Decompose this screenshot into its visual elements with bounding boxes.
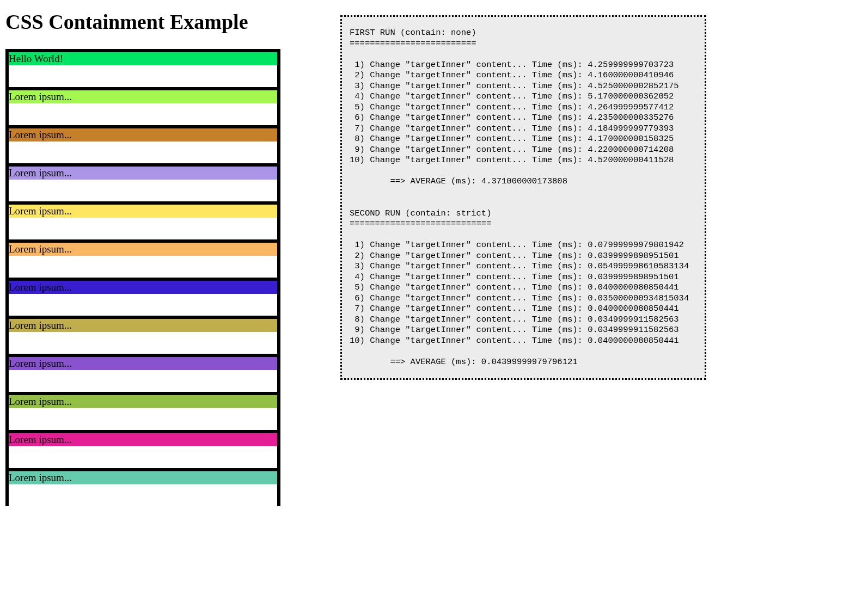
- box-header: Lorem ipsum...: [9, 90, 277, 103]
- box-body: [9, 446, 277, 468]
- box-header: Lorem ipsum...: [9, 319, 277, 332]
- box-item: Lorem ipsum...: [9, 163, 277, 201]
- box-item: Lorem ipsum...: [9, 468, 277, 506]
- box-body: [9, 294, 277, 316]
- box-header: Hello World!: [9, 52, 277, 65]
- box-body: [9, 370, 277, 392]
- box-body: [9, 484, 277, 506]
- box-body: [9, 332, 277, 354]
- output-panel: FIRST RUN (contain: none) ==============…: [340, 15, 706, 380]
- box-header: Lorem ipsum...: [9, 281, 277, 294]
- box-body: [9, 65, 277, 87]
- box-item: Hello World!: [9, 49, 277, 87]
- box-item: Lorem ipsum...: [9, 316, 277, 354]
- box-header: Lorem ipsum...: [9, 395, 277, 408]
- box-item: Lorem ipsum...: [9, 278, 277, 316]
- box-header: Lorem ipsum...: [9, 167, 277, 180]
- right-column: FIRST RUN (contain: none) ==============…: [340, 0, 706, 506]
- box-header: Lorem ipsum...: [9, 205, 277, 218]
- left-column: CSS Containment Example Hello World!Lore…: [0, 0, 280, 506]
- box-header: Lorem ipsum...: [9, 433, 277, 446]
- box-body: [9, 103, 277, 125]
- box-item: Lorem ipsum...: [9, 87, 277, 125]
- box-body: [9, 256, 277, 278]
- box-body: [9, 141, 277, 163]
- box-header: Lorem ipsum...: [9, 128, 277, 141]
- box-list: Hello World!Lorem ipsum...Lorem ipsum...…: [5, 49, 280, 506]
- box-header: Lorem ipsum...: [9, 357, 277, 370]
- box-body: [9, 218, 277, 239]
- box-body: [9, 408, 277, 430]
- box-header: Lorem ipsum...: [9, 471, 277, 484]
- box-item: Lorem ipsum...: [9, 239, 277, 278]
- box-item: Lorem ipsum...: [9, 125, 277, 163]
- box-item: Lorem ipsum...: [9, 392, 277, 430]
- page-title: CSS Containment Example: [5, 10, 280, 34]
- box-header: Lorem ipsum...: [9, 243, 277, 256]
- box-item: Lorem ipsum...: [9, 354, 277, 392]
- box-body: [9, 180, 277, 201]
- box-item: Lorem ipsum...: [9, 430, 277, 468]
- box-item: Lorem ipsum...: [9, 201, 277, 239]
